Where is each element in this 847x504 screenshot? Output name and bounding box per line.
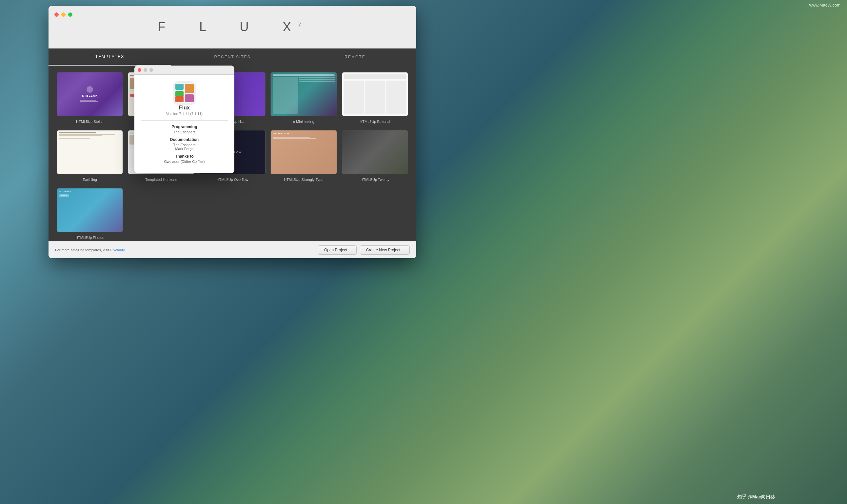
template-thumb-stellar: STELLAR: [57, 72, 123, 116]
title-bar: F L U X 7: [49, 6, 416, 49]
minimize-button[interactable]: [61, 13, 66, 17]
create-new-project-button[interactable]: Create New Project...: [360, 246, 410, 255]
template-label-overflow: HTML5Up Overflow: [199, 178, 266, 182]
template-label-earthling: Earthling: [57, 178, 123, 182]
template-label-twenty: HTML5Up Twenty: [342, 178, 408, 182]
about-section-programming: Programming The Escapers: [141, 125, 228, 134]
window-controls: [54, 13, 72, 17]
open-project-button[interactable]: Open Project...: [318, 246, 357, 255]
about-version: Version 7.1.11 (7.1.11): [166, 112, 202, 116]
about-thanks-person: Gweladur (Didier Coiffier): [141, 160, 228, 163]
template-label-editorial: HTML5Up Editorial: [342, 120, 408, 124]
template-thumb-minimaxing: [270, 72, 337, 116]
about-documentation-team1: The Escapers: [141, 143, 228, 147]
template-thumb-editorial: [342, 72, 408, 116]
flux-logo-text: F L U X: [158, 20, 297, 34]
watermark-bottom: 知乎 @Mac向日葵: [737, 494, 775, 500]
template-item-photon[interactable]: Hi, I'm Photon... Learn more HTML5Up Pho…: [57, 188, 123, 239]
template-label-horizons: Templated Horizons: [128, 178, 194, 182]
svg-rect-4: [185, 84, 194, 93]
about-dialog-titlebar: [134, 66, 234, 75]
tab-recent-sites[interactable]: RECENT SITES: [171, 49, 294, 66]
template-item-strongly-type[interactable]: STRONGLY TYPE HTML5Up Strongly Type: [270, 130, 337, 182]
about-section-thanks: Thanks to Gweladur (Didier Coiffier): [141, 154, 228, 163]
template-thumb-twenty: [342, 130, 408, 174]
pixelarity-link[interactable]: Pixelarity...: [110, 248, 127, 252]
nav-tabs: TEMPLATES RECENT SITES REMOTE: [49, 49, 416, 66]
watermark-top-right: www.MacW.com: [809, 3, 841, 7]
footer-text: For more amazing templates, visit Pixela…: [55, 248, 127, 252]
template-item-minimaxing[interactable]: o Minimaxing: [270, 72, 337, 124]
about-programming-title: Programming: [141, 125, 228, 129]
about-dialog-close-button[interactable]: [138, 68, 141, 72]
template-item-earthling[interactable]: Earthling: [57, 130, 123, 182]
template-label-strongly-type: HTML5Up Strongly Type: [270, 178, 337, 182]
about-divider-1: [141, 120, 228, 121]
template-label-minimaxing: o Minimaxing: [270, 120, 337, 124]
stellar-circle-icon: [87, 86, 93, 93]
template-thumb-earthling: [57, 130, 123, 174]
template-item-twenty[interactable]: HTML5Up Twenty: [342, 130, 408, 182]
about-dialog-maximize-button[interactable]: [149, 68, 153, 72]
close-button[interactable]: [54, 13, 59, 17]
about-thanks-title: Thanks to: [141, 154, 228, 159]
tab-templates[interactable]: TEMPLATES: [49, 49, 171, 66]
about-section-documentation: Documentation The Escapers Mark Forge: [141, 137, 228, 151]
about-documentation-team2: Mark Forge: [141, 147, 228, 151]
flux-version-superscript: 7: [298, 21, 307, 29]
template-item-editorial[interactable]: HTML5Up Editorial: [342, 72, 408, 124]
about-dialog-minimize-button[interactable]: [144, 68, 147, 72]
about-app-name: Flux: [179, 105, 190, 111]
flux-app-icon: [173, 81, 196, 105]
about-documentation-title: Documentation: [141, 137, 228, 142]
app-title: F L U X 7: [158, 20, 307, 34]
tab-remote[interactable]: REMOTE: [294, 49, 416, 66]
about-programming-team: The Escapers: [141, 130, 228, 134]
maximize-button[interactable]: [68, 13, 72, 17]
svg-rect-1: [175, 84, 183, 90]
svg-rect-2: [175, 91, 183, 97]
svg-rect-5: [185, 94, 194, 102]
template-label-photon: HTML5Up Photon: [57, 236, 123, 239]
template-item-stellar[interactable]: STELLAR HTML5Up Stellar: [57, 72, 123, 124]
template-thumb-photon: Hi, I'm Photon... Learn more: [57, 188, 123, 232]
template-thumb-strongly-type: STRONGLY TYPE: [270, 130, 337, 174]
footer-buttons: Open Project... Create New Project...: [318, 246, 410, 255]
about-dialog: Flux Version 7.1.11 (7.1.11) Programming…: [134, 66, 234, 173]
window-footer: For more amazing templates, visit Pixela…: [49, 241, 416, 258]
about-dialog-content: Flux Version 7.1.11 (7.1.11) Programming…: [134, 75, 234, 173]
template-label-stellar: HTML5Up Stellar: [57, 120, 123, 124]
flux-icon-svg: [173, 81, 196, 105]
svg-rect-3: [175, 96, 183, 102]
